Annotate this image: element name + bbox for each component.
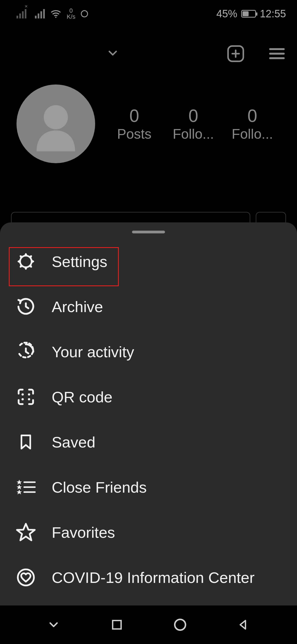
battery-percent: 45% (216, 8, 237, 20)
svg-point-7 (44, 105, 68, 129)
menu-item-label: Your activity (52, 343, 134, 361)
svg-point-9 (21, 393, 24, 395)
star-icon (15, 522, 36, 543)
stat-label: Follo... (173, 126, 214, 142)
wifi-icon (50, 9, 61, 18)
stat-followers[interactable]: 0 Follo... (166, 106, 221, 142)
menu-item-covid[interactable]: COVID-19 Information Center (0, 555, 297, 600)
profile-stats: 0 Posts 0 Follo... 0 Follo... (106, 106, 280, 142)
svg-point-11 (21, 398, 24, 400)
menu-item-saved[interactable]: Saved (0, 419, 297, 465)
status-right: 45% 12:55 (216, 8, 286, 20)
loading-ring-icon (81, 10, 88, 17)
nav-home[interactable] (170, 615, 190, 634)
nav-recents[interactable] (107, 615, 127, 634)
signal-icon (35, 9, 45, 18)
menu-item-label: QR code (52, 388, 112, 406)
app-header (0, 33, 297, 74)
menu-item-label: Settings (52, 253, 107, 271)
data-rate-unit: K/s (67, 14, 76, 20)
stat-count: 0 (130, 106, 139, 126)
bookmark-icon (15, 432, 36, 452)
android-nav-bar (0, 605, 297, 644)
status-bar: × 0 K/s 45% 12:55 (0, 0, 297, 28)
clock: 12:55 (260, 8, 286, 20)
svg-rect-21 (113, 621, 121, 629)
data-rate-value: 0 (69, 8, 73, 14)
svg-marker-23 (240, 621, 246, 629)
activity-icon (15, 341, 36, 362)
qr-code-icon (15, 386, 36, 407)
menu-item-label: Favorites (52, 523, 115, 541)
create-button[interactable] (226, 43, 246, 64)
menu-item-label: COVID-19 Information Center (52, 569, 255, 586)
username-dropdown[interactable] (106, 46, 120, 61)
menu-item-label: Close Friends (52, 478, 147, 496)
svg-marker-14 (16, 485, 22, 489)
profile-summary: 0 Posts 0 Follo... 0 Follo... (0, 83, 297, 165)
heart-circle-icon (15, 567, 36, 588)
menu-item-settings[interactable]: Settings (0, 239, 297, 284)
nav-hide-keyboard[interactable] (44, 615, 63, 634)
close-friends-icon (15, 477, 36, 498)
hamburger-menu-button[interactable] (268, 45, 286, 63)
menu-item-qrcode[interactable]: QR code (0, 374, 297, 419)
svg-point-20 (18, 569, 34, 586)
settings-icon (15, 251, 36, 272)
stat-label: Posts (117, 126, 152, 142)
menu-item-archive[interactable]: Archive (0, 284, 297, 329)
nav-back[interactable] (234, 615, 253, 634)
no-sim-icon: × (16, 9, 29, 18)
status-left: × 0 K/s (16, 8, 88, 20)
data-rate: 0 K/s (67, 8, 76, 20)
svg-marker-13 (16, 480, 22, 484)
menu-item-close-friends[interactable]: Close Friends (0, 465, 297, 510)
svg-point-12 (28, 398, 30, 400)
svg-point-10 (28, 393, 30, 395)
stat-label: Follo... (232, 126, 273, 142)
stat-posts[interactable]: 0 Posts (107, 106, 162, 142)
menu-item-label: Saved (52, 433, 95, 451)
options-bottom-sheet: Settings Archive Your activity (0, 222, 297, 605)
sheet-drag-handle[interactable] (132, 231, 165, 233)
archive-icon (15, 296, 36, 317)
svg-point-0 (55, 17, 56, 18)
svg-point-22 (175, 620, 186, 630)
avatar[interactable] (16, 84, 95, 163)
svg-marker-19 (17, 524, 35, 540)
stat-count: 0 (188, 106, 198, 126)
menu-item-label: Archive (52, 298, 103, 316)
menu-item-favorites[interactable]: Favorites (0, 510, 297, 555)
svg-marker-15 (16, 490, 22, 494)
menu-item-activity[interactable]: Your activity (0, 329, 297, 374)
stat-following[interactable]: 0 Follo... (225, 106, 280, 142)
stat-count: 0 (248, 106, 257, 126)
battery-icon (241, 10, 256, 18)
